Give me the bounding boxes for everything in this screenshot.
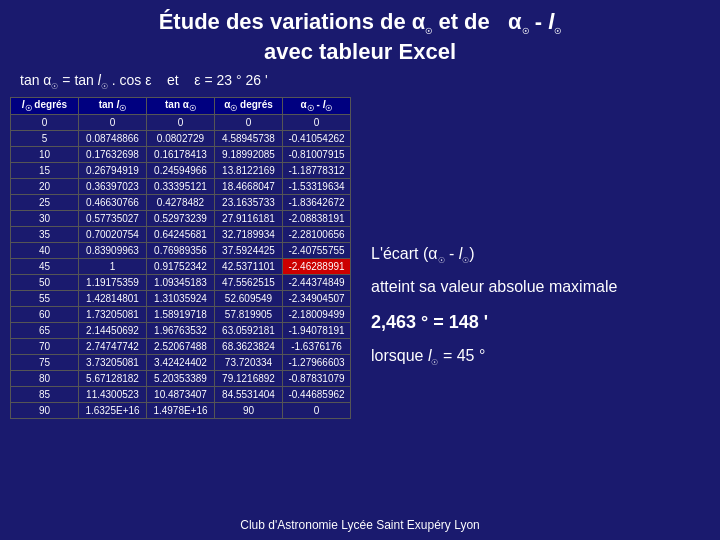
- table-row: 652.144506921.9676353263.0592181-1.94078…: [11, 323, 351, 339]
- table-row: 901.6325E+161.4978E+16900: [11, 403, 351, 419]
- table-cell: 1.42814801: [79, 291, 147, 307]
- table-cell: -2.40755755: [283, 243, 351, 259]
- table-cell: 1.31035924: [147, 291, 215, 307]
- table-cell: 52.609549: [215, 291, 283, 307]
- table-cell: -0.87831079: [283, 371, 351, 387]
- table-cell: 0.08748866: [79, 131, 147, 147]
- col-header-4: α☉ - l☉: [283, 98, 351, 115]
- table-cell: 55: [11, 291, 79, 307]
- table-cell: 0.16178413: [147, 147, 215, 163]
- col-header-3: α☉ degrés: [215, 98, 283, 115]
- table-cell: 1.96763532: [147, 323, 215, 339]
- table-cell: 0.26794919: [79, 163, 147, 179]
- abs-line: atteint sa valeur absolue maximale: [371, 273, 617, 302]
- table-cell: 37.5924425: [215, 243, 283, 259]
- table-row: 200.363970230.3339512118.4668047-1.53319…: [11, 179, 351, 195]
- main-title: Étude des variations de α☉ et de α☉ - l☉…: [159, 8, 562, 66]
- right-panel: L'écart (α☉ - l☉) atteint sa valeur abso…: [351, 97, 710, 514]
- table-cell: 0.76989356: [147, 243, 215, 259]
- table-cell: 0.70020754: [79, 227, 147, 243]
- table-cell: 3.73205081: [79, 355, 147, 371]
- table-cell: -2.34904507: [283, 291, 351, 307]
- table-cell: 0: [147, 115, 215, 131]
- table-cell: -1.27966603: [283, 355, 351, 371]
- table-cell: 1: [79, 259, 147, 275]
- table-cell: 80: [11, 371, 79, 387]
- table-cell: 0.52973239: [147, 211, 215, 227]
- table-row: 501.191753591.0934518347.5562515-2.44374…: [11, 275, 351, 291]
- col-header-2: tan α☉: [147, 98, 215, 115]
- table-cell: 13.8122169: [215, 163, 283, 179]
- table-cell: 0.36397023: [79, 179, 147, 195]
- table-cell: 65: [11, 323, 79, 339]
- table-cell: 40: [11, 243, 79, 259]
- table-cell: 1.6325E+16: [79, 403, 147, 419]
- table-row: 753.732050813.4242440273.720334-1.279666…: [11, 355, 351, 371]
- table-cell: -2.18009499: [283, 307, 351, 323]
- table-cell: 0: [283, 115, 351, 131]
- table-cell: -2.08838191: [283, 211, 351, 227]
- table-cell: -0.44685962: [283, 387, 351, 403]
- table-cell: 50: [11, 275, 79, 291]
- table-row: 8511.430052310.487340784.5531404-0.44685…: [11, 387, 351, 403]
- title-line1: Étude des variations de α☉ et de α☉ - l☉: [159, 9, 562, 34]
- table-cell: 18.4668047: [215, 179, 283, 195]
- table-cell: 0.33395121: [147, 179, 215, 195]
- table-cell: 47.5562515: [215, 275, 283, 291]
- table-row: 300.577350270.5297323927.9116181-2.08838…: [11, 211, 351, 227]
- table-cell: 35: [11, 227, 79, 243]
- col-header-0: l☉ degrés: [11, 98, 79, 115]
- table-cell: 20: [11, 179, 79, 195]
- table-cell: 0.57735027: [79, 211, 147, 227]
- title-line2: avec tableur Excel: [264, 39, 456, 64]
- table-cell: 30: [11, 211, 79, 227]
- table-row: 250.466307660.427848223.1635733-1.836426…: [11, 195, 351, 211]
- table-cell: 63.0592181: [215, 323, 283, 339]
- value-line: 2,463 ° = 148 ': [371, 306, 488, 338]
- table-row: 00000: [11, 115, 351, 131]
- table-cell: 79.1216892: [215, 371, 283, 387]
- table-cell: 90: [11, 403, 79, 419]
- table-cell: 68.3623824: [215, 339, 283, 355]
- table-cell: -1.6376176: [283, 339, 351, 355]
- lorsque-line: lorsque l☉ = 45 °: [371, 342, 485, 371]
- table-cell: 0: [215, 115, 283, 131]
- table-cell: 0: [283, 403, 351, 419]
- col-header-1: tan l☉: [79, 98, 147, 115]
- table-cell: 2.74747742: [79, 339, 147, 355]
- table-cell: 42.5371101: [215, 259, 283, 275]
- table-cell: 45: [11, 259, 79, 275]
- table-cell: -2.28100656: [283, 227, 351, 243]
- table-cell: 3.42424402: [147, 355, 215, 371]
- table-row: 350.700207540.6424568132.7189934-2.28100…: [11, 227, 351, 243]
- table-cell: 73.720334: [215, 355, 283, 371]
- table-cell: 0: [11, 115, 79, 131]
- content-row: l☉ degrés tan l☉ tan α☉ α☉ degrés α☉ - l…: [10, 97, 710, 514]
- formula-line: tan α☉ = tan l☉ . cos ε et ε = 23 ° 26 ': [20, 72, 268, 91]
- table-row: 400.839099630.7698935637.5924425-2.40755…: [11, 243, 351, 259]
- table-cell: 84.5531404: [215, 387, 283, 403]
- table-cell: 1.73205081: [79, 307, 147, 323]
- table-cell: -0.41054262: [283, 131, 351, 147]
- table-cell: -1.18778312: [283, 163, 351, 179]
- table-cell: -2.46288991: [283, 259, 351, 275]
- table-cell: 1.4978E+16: [147, 403, 215, 419]
- footer: Club d'Astronomie Lycée Saint Exupéry Ly…: [240, 518, 480, 532]
- table-cell: -1.53319634: [283, 179, 351, 195]
- table-cell: 1.58919718: [147, 307, 215, 323]
- table-cell: 60: [11, 307, 79, 323]
- table-cell: 4.58945738: [215, 131, 283, 147]
- table-cell: 0.91752342: [147, 259, 215, 275]
- table-cell: 0.46630766: [79, 195, 147, 211]
- table-cell: 0.64245681: [147, 227, 215, 243]
- table-cell: -1.83642672: [283, 195, 351, 211]
- table-cell: 57.819905: [215, 307, 283, 323]
- table-cell: 0.17632698: [79, 147, 147, 163]
- ecart-line: L'écart (α☉ - l☉): [371, 240, 475, 269]
- table-cell: 0.0802729: [147, 131, 215, 147]
- table-cell: 25: [11, 195, 79, 211]
- table-row: 100.176326980.161784139.18992085-0.81007…: [11, 147, 351, 163]
- table-cell: 0.83909963: [79, 243, 147, 259]
- table-cell: 2.14450692: [79, 323, 147, 339]
- table-cell: 11.4300523: [79, 387, 147, 403]
